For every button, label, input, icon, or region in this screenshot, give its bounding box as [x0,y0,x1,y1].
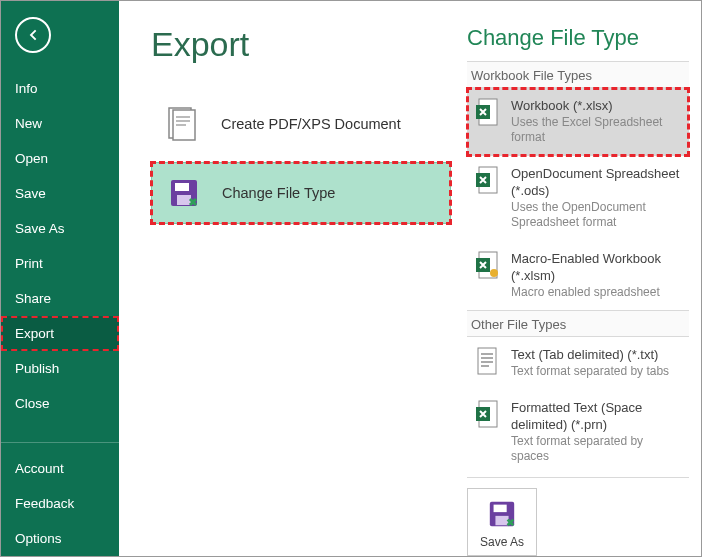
option-label: Change File Type [222,185,335,201]
svg-rect-4 [176,124,186,126]
change-file-type-panel: Change File Type Workbook File Types Wor… [451,25,689,548]
file-desc: Uses the Excel Spreadsheet format [511,115,681,146]
nav-save[interactable]: Save [1,176,119,211]
svg-rect-19 [481,365,489,367]
file-name: Formatted Text (Space delimited) (*.prn) [511,400,681,434]
arrow-left-icon [25,27,41,43]
main: Export Create PDF/XPS Document Change Fi… [119,1,701,556]
nav-open[interactable]: Open [1,141,119,176]
option-create-pdf[interactable]: Create PDF/XPS Document [151,92,451,156]
sidebar-divider [1,442,119,443]
back-button[interactable] [15,17,51,53]
backstage-view: Info New Open Save Save As Print Share E… [1,1,701,556]
svg-rect-16 [481,353,493,355]
save-change-icon [164,177,204,209]
panel-title: Change File Type [467,25,689,51]
svg-rect-3 [176,120,190,122]
excel-file-icon [475,400,499,428]
nav-share[interactable]: Share [1,281,119,316]
group-workbook-types: Workbook File Types [467,61,689,88]
svg-rect-2 [176,116,190,118]
file-desc: Text format separated by tabs [511,364,669,380]
excel-macro-file-icon [475,251,499,279]
file-name: Workbook (*.xlsx) [511,98,681,115]
group-other-types: Other File Types [467,310,689,337]
file-name: OpenDocument Spreadsheet (*.ods) [511,166,681,200]
nav-options[interactable]: Options [1,521,119,556]
svg-rect-18 [481,361,493,363]
nav-account[interactable]: Account [1,451,119,486]
option-change-file-type[interactable]: Change File Type [151,162,451,224]
svg-rect-23 [494,505,507,513]
nav-info[interactable]: Info [1,71,119,106]
filetype-xlsx[interactable]: Workbook (*.xlsx) Uses the Excel Spreads… [467,88,689,156]
nav-new[interactable]: New [1,106,119,141]
filetype-ods[interactable]: OpenDocument Spreadsheet (*.ods) Uses th… [467,156,689,241]
nav-feedback[interactable]: Feedback [1,486,119,521]
filetype-prn[interactable]: Formatted Text (Space delimited) (*.prn)… [467,390,689,475]
file-name: Text (Tab delimited) (*.txt) [511,347,669,364]
save-as-button[interactable]: Save As [467,488,537,556]
save-as-label: Save As [480,535,524,549]
file-desc: Macro enabled spreadsheet [511,285,681,301]
file-name: Macro-Enabled Workbook (*.xlsm) [511,251,681,285]
file-desc: Text format separated by spaces [511,434,681,465]
excel-file-icon [475,166,499,194]
excel-file-icon [475,98,499,126]
filetype-xlsm[interactable]: Macro-Enabled Workbook (*.xlsm) Macro en… [467,241,689,310]
svg-rect-24 [495,516,508,525]
pdf-icon [163,106,203,142]
text-file-icon [475,347,499,375]
svg-rect-17 [481,357,493,359]
sidebar: Info New Open Save Save As Print Share E… [1,1,119,556]
nav-close[interactable]: Close [1,386,119,421]
export-options: Export Create PDF/XPS Document Change Fi… [151,25,451,548]
svg-rect-7 [177,195,191,205]
nav-export[interactable]: Export [1,316,119,351]
svg-rect-6 [175,183,189,191]
filetype-txt[interactable]: Text (Tab delimited) (*.txt) Text format… [467,337,689,389]
nav-save-as[interactable]: Save As [1,211,119,246]
svg-point-14 [490,269,498,277]
nav-print[interactable]: Print [1,246,119,281]
page-title: Export [151,25,451,64]
file-desc: Uses the OpenDocument Spreadsheet format [511,200,681,231]
option-label: Create PDF/XPS Document [221,116,401,132]
nav-publish[interactable]: Publish [1,351,119,386]
save-icon [487,499,517,529]
